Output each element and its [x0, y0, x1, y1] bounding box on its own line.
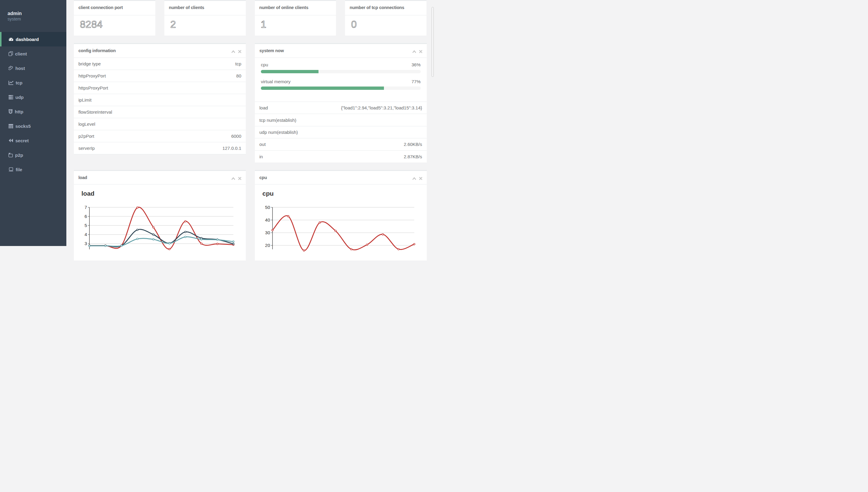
- svg-text:7: 7: [85, 204, 87, 210]
- svg-text:5: 5: [85, 223, 87, 228]
- svg-text:6: 6: [85, 214, 87, 219]
- svg-text:50: 50: [265, 204, 270, 210]
- svg-text:cpu: cpu: [262, 190, 273, 197]
- svg-text:4: 4: [85, 232, 87, 237]
- svg-text:20: 20: [265, 243, 270, 246]
- svg-text:3: 3: [85, 241, 87, 246]
- svg-text:30: 30: [265, 230, 270, 235]
- svg-text:40: 40: [265, 217, 270, 222]
- svg-text:load: load: [81, 190, 94, 197]
